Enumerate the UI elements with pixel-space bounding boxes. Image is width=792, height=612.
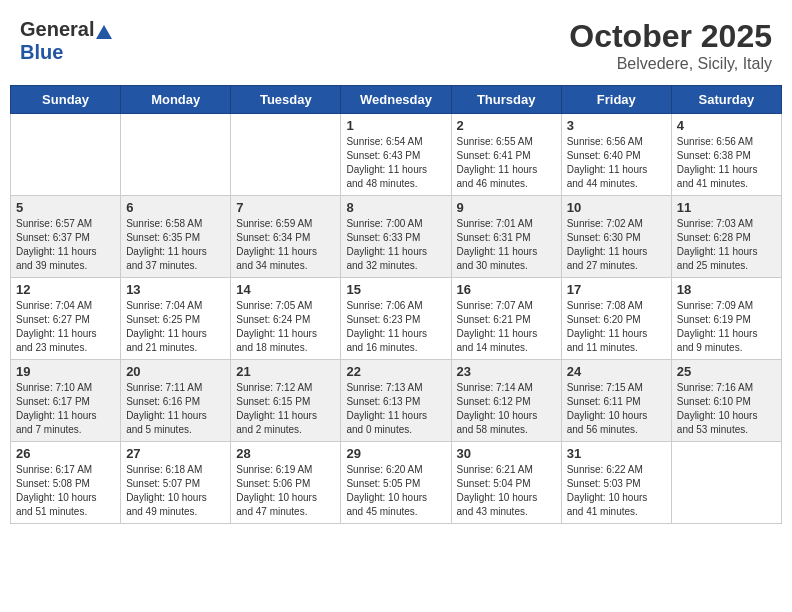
calendar-week-row: 26Sunrise: 6:17 AM Sunset: 5:08 PM Dayli… bbox=[11, 442, 782, 524]
calendar-cell: 28Sunrise: 6:19 AM Sunset: 5:06 PM Dayli… bbox=[231, 442, 341, 524]
day-number: 8 bbox=[346, 200, 445, 215]
day-info: Sunrise: 7:00 AM Sunset: 6:33 PM Dayligh… bbox=[346, 217, 445, 273]
day-info: Sunrise: 6:56 AM Sunset: 6:40 PM Dayligh… bbox=[567, 135, 666, 191]
day-info: Sunrise: 6:17 AM Sunset: 5:08 PM Dayligh… bbox=[16, 463, 115, 519]
day-number: 6 bbox=[126, 200, 225, 215]
day-info: Sunrise: 7:04 AM Sunset: 6:25 PM Dayligh… bbox=[126, 299, 225, 355]
day-number: 20 bbox=[126, 364, 225, 379]
day-number: 23 bbox=[457, 364, 556, 379]
logo-blue: Blue bbox=[20, 41, 63, 63]
calendar-cell bbox=[671, 442, 781, 524]
day-info: Sunrise: 7:02 AM Sunset: 6:30 PM Dayligh… bbox=[567, 217, 666, 273]
calendar-cell: 15Sunrise: 7:06 AM Sunset: 6:23 PM Dayli… bbox=[341, 278, 451, 360]
day-number: 16 bbox=[457, 282, 556, 297]
day-header-tuesday: Tuesday bbox=[231, 86, 341, 114]
calendar-cell: 24Sunrise: 7:15 AM Sunset: 6:11 PM Dayli… bbox=[561, 360, 671, 442]
day-info: Sunrise: 7:13 AM Sunset: 6:13 PM Dayligh… bbox=[346, 381, 445, 437]
day-info: Sunrise: 6:57 AM Sunset: 6:37 PM Dayligh… bbox=[16, 217, 115, 273]
day-info: Sunrise: 6:55 AM Sunset: 6:41 PM Dayligh… bbox=[457, 135, 556, 191]
day-info: Sunrise: 7:11 AM Sunset: 6:16 PM Dayligh… bbox=[126, 381, 225, 437]
calendar-cell: 31Sunrise: 6:22 AM Sunset: 5:03 PM Dayli… bbox=[561, 442, 671, 524]
calendar-table: SundayMondayTuesdayWednesdayThursdayFrid… bbox=[10, 85, 782, 524]
calendar-cell: 6Sunrise: 6:58 AM Sunset: 6:35 PM Daylig… bbox=[121, 196, 231, 278]
day-number: 18 bbox=[677, 282, 776, 297]
day-number: 30 bbox=[457, 446, 556, 461]
day-info: Sunrise: 7:06 AM Sunset: 6:23 PM Dayligh… bbox=[346, 299, 445, 355]
calendar-cell: 14Sunrise: 7:05 AM Sunset: 6:24 PM Dayli… bbox=[231, 278, 341, 360]
calendar-cell: 12Sunrise: 7:04 AM Sunset: 6:27 PM Dayli… bbox=[11, 278, 121, 360]
calendar-cell: 3Sunrise: 6:56 AM Sunset: 6:40 PM Daylig… bbox=[561, 114, 671, 196]
day-number: 10 bbox=[567, 200, 666, 215]
day-number: 3 bbox=[567, 118, 666, 133]
calendar-week-row: 5Sunrise: 6:57 AM Sunset: 6:37 PM Daylig… bbox=[11, 196, 782, 278]
day-header-sunday: Sunday bbox=[11, 86, 121, 114]
day-info: Sunrise: 6:19 AM Sunset: 5:06 PM Dayligh… bbox=[236, 463, 335, 519]
day-number: 9 bbox=[457, 200, 556, 215]
day-number: 29 bbox=[346, 446, 445, 461]
day-header-saturday: Saturday bbox=[671, 86, 781, 114]
month-title: October 2025 bbox=[569, 18, 772, 55]
location-subtitle: Belvedere, Sicily, Italy bbox=[569, 55, 772, 73]
calendar-cell: 23Sunrise: 7:14 AM Sunset: 6:12 PM Dayli… bbox=[451, 360, 561, 442]
day-number: 21 bbox=[236, 364, 335, 379]
day-info: Sunrise: 7:09 AM Sunset: 6:19 PM Dayligh… bbox=[677, 299, 776, 355]
day-number: 14 bbox=[236, 282, 335, 297]
day-number: 31 bbox=[567, 446, 666, 461]
calendar-cell: 16Sunrise: 7:07 AM Sunset: 6:21 PM Dayli… bbox=[451, 278, 561, 360]
calendar-cell: 19Sunrise: 7:10 AM Sunset: 6:17 PM Dayli… bbox=[11, 360, 121, 442]
calendar-cell: 11Sunrise: 7:03 AM Sunset: 6:28 PM Dayli… bbox=[671, 196, 781, 278]
day-number: 17 bbox=[567, 282, 666, 297]
day-info: Sunrise: 6:18 AM Sunset: 5:07 PM Dayligh… bbox=[126, 463, 225, 519]
calendar-cell: 29Sunrise: 6:20 AM Sunset: 5:05 PM Dayli… bbox=[341, 442, 451, 524]
day-header-monday: Monday bbox=[121, 86, 231, 114]
day-info: Sunrise: 7:15 AM Sunset: 6:11 PM Dayligh… bbox=[567, 381, 666, 437]
calendar-cell: 30Sunrise: 6:21 AM Sunset: 5:04 PM Dayli… bbox=[451, 442, 561, 524]
day-number: 5 bbox=[16, 200, 115, 215]
calendar-cell: 1Sunrise: 6:54 AM Sunset: 6:43 PM Daylig… bbox=[341, 114, 451, 196]
day-number: 24 bbox=[567, 364, 666, 379]
calendar-cell: 27Sunrise: 6:18 AM Sunset: 5:07 PM Dayli… bbox=[121, 442, 231, 524]
day-info: Sunrise: 6:56 AM Sunset: 6:38 PM Dayligh… bbox=[677, 135, 776, 191]
day-info: Sunrise: 7:14 AM Sunset: 6:12 PM Dayligh… bbox=[457, 381, 556, 437]
day-header-thursday: Thursday bbox=[451, 86, 561, 114]
day-number: 11 bbox=[677, 200, 776, 215]
calendar-cell: 20Sunrise: 7:11 AM Sunset: 6:16 PM Dayli… bbox=[121, 360, 231, 442]
calendar-cell: 10Sunrise: 7:02 AM Sunset: 6:30 PM Dayli… bbox=[561, 196, 671, 278]
calendar-cell: 17Sunrise: 7:08 AM Sunset: 6:20 PM Dayli… bbox=[561, 278, 671, 360]
day-number: 12 bbox=[16, 282, 115, 297]
calendar-cell: 13Sunrise: 7:04 AM Sunset: 6:25 PM Dayli… bbox=[121, 278, 231, 360]
logo: General Blue bbox=[20, 18, 112, 64]
day-info: Sunrise: 7:01 AM Sunset: 6:31 PM Dayligh… bbox=[457, 217, 556, 273]
logo-triangle-icon bbox=[96, 25, 112, 39]
day-info: Sunrise: 6:22 AM Sunset: 5:03 PM Dayligh… bbox=[567, 463, 666, 519]
day-number: 7 bbox=[236, 200, 335, 215]
calendar-body: 1Sunrise: 6:54 AM Sunset: 6:43 PM Daylig… bbox=[11, 114, 782, 524]
day-number: 19 bbox=[16, 364, 115, 379]
day-info: Sunrise: 6:20 AM Sunset: 5:05 PM Dayligh… bbox=[346, 463, 445, 519]
calendar-cell: 26Sunrise: 6:17 AM Sunset: 5:08 PM Dayli… bbox=[11, 442, 121, 524]
day-info: Sunrise: 6:54 AM Sunset: 6:43 PM Dayligh… bbox=[346, 135, 445, 191]
calendar-week-row: 19Sunrise: 7:10 AM Sunset: 6:17 PM Dayli… bbox=[11, 360, 782, 442]
days-header-row: SundayMondayTuesdayWednesdayThursdayFrid… bbox=[11, 86, 782, 114]
calendar-cell bbox=[231, 114, 341, 196]
page-header: General Blue October 2025 Belvedere, Sic… bbox=[10, 10, 782, 77]
logo-general: General bbox=[20, 18, 94, 40]
day-header-wednesday: Wednesday bbox=[341, 86, 451, 114]
day-number: 27 bbox=[126, 446, 225, 461]
day-info: Sunrise: 7:04 AM Sunset: 6:27 PM Dayligh… bbox=[16, 299, 115, 355]
calendar-cell: 25Sunrise: 7:16 AM Sunset: 6:10 PM Dayli… bbox=[671, 360, 781, 442]
day-info: Sunrise: 7:10 AM Sunset: 6:17 PM Dayligh… bbox=[16, 381, 115, 437]
title-block: October 2025 Belvedere, Sicily, Italy bbox=[569, 18, 772, 73]
day-number: 15 bbox=[346, 282, 445, 297]
calendar-cell: 2Sunrise: 6:55 AM Sunset: 6:41 PM Daylig… bbox=[451, 114, 561, 196]
day-info: Sunrise: 6:21 AM Sunset: 5:04 PM Dayligh… bbox=[457, 463, 556, 519]
calendar-cell bbox=[121, 114, 231, 196]
day-number: 25 bbox=[677, 364, 776, 379]
day-info: Sunrise: 7:08 AM Sunset: 6:20 PM Dayligh… bbox=[567, 299, 666, 355]
day-number: 4 bbox=[677, 118, 776, 133]
calendar-cell: 22Sunrise: 7:13 AM Sunset: 6:13 PM Dayli… bbox=[341, 360, 451, 442]
day-number: 28 bbox=[236, 446, 335, 461]
day-info: Sunrise: 7:05 AM Sunset: 6:24 PM Dayligh… bbox=[236, 299, 335, 355]
calendar-cell: 21Sunrise: 7:12 AM Sunset: 6:15 PM Dayli… bbox=[231, 360, 341, 442]
calendar-cell: 7Sunrise: 6:59 AM Sunset: 6:34 PM Daylig… bbox=[231, 196, 341, 278]
